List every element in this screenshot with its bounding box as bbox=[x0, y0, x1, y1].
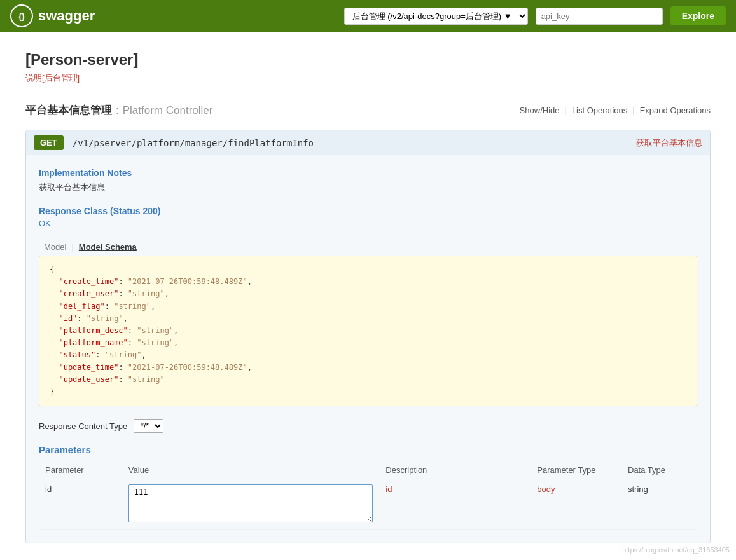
method-badge: GET bbox=[34, 135, 64, 150]
logo-area: {} swagger bbox=[10, 4, 95, 27]
response-content-type-label: Response Content Type bbox=[39, 421, 127, 431]
model-tab[interactable]: Model bbox=[39, 240, 71, 254]
parameters-table: Parameter Value Description Parameter Ty… bbox=[39, 461, 697, 530]
param-value-cell[interactable]: 111 bbox=[122, 479, 379, 530]
page-subtitle: 说明[后台管理] bbox=[25, 72, 711, 84]
params-header-row: Parameter Value Description Parameter Ty… bbox=[39, 461, 697, 479]
response-ok: OK bbox=[39, 219, 697, 228]
header: {} swagger 后台管理 (/v2/api-docs?group=后台管理… bbox=[0, 0, 736, 32]
model-schema-tab[interactable]: Model Schema bbox=[74, 240, 142, 254]
col-header-value: Value bbox=[122, 461, 379, 479]
param-name-cell: id bbox=[39, 479, 122, 530]
col-header-data-type: Data Type bbox=[621, 461, 697, 479]
implementation-notes-title: Implementation Notes bbox=[39, 168, 697, 178]
api-path: /v1/pserver/platform/manager/findPlatfor… bbox=[73, 138, 314, 148]
param-id-label: id bbox=[45, 484, 52, 494]
response-class-title: Response Class (Status 200) bbox=[39, 206, 697, 216]
col-header-parameter: Parameter bbox=[39, 461, 122, 479]
watermark: https://blog.csdn.net/qq_31653405 bbox=[622, 546, 730, 554]
api-key-input[interactable] bbox=[536, 8, 663, 25]
response-content-type-select[interactable]: */* bbox=[134, 419, 163, 433]
api-detail: Implementation Notes 获取平台基本信息 Response C… bbox=[26, 155, 710, 543]
table-row: id 111 id body string bbox=[39, 479, 697, 530]
swagger-logo-icon: {} bbox=[10, 4, 33, 27]
list-operations-link[interactable]: List Operations bbox=[572, 106, 627, 115]
implementation-notes-text: 获取平台基本信息 bbox=[39, 182, 697, 193]
json-schema-box: { "create_time": "2021-07-26T00:59:48.48… bbox=[39, 256, 697, 406]
param-string-type: string bbox=[628, 484, 648, 494]
expand-operations-link[interactable]: Expand Operations bbox=[640, 106, 711, 115]
param-value-input[interactable]: 111 bbox=[128, 484, 373, 522]
show-hide-link[interactable]: Show/Hide bbox=[520, 106, 560, 115]
param-body-type: body bbox=[537, 484, 555, 494]
api-description-right: 获取平台基本信息 bbox=[636, 137, 702, 149]
response-content-type-row: Response Content Type */* bbox=[39, 419, 697, 433]
section-title-en: Platform Controller bbox=[123, 104, 213, 117]
section-colon: : bbox=[116, 104, 119, 117]
parameters-title: Parameters bbox=[39, 444, 697, 455]
brand-name: swagger bbox=[38, 8, 95, 24]
section-title-cn: 平台基本信息管理 bbox=[25, 103, 112, 118]
page-title: [Person-server] bbox=[25, 51, 711, 69]
col-header-parameter-type: Parameter Type bbox=[531, 461, 621, 479]
param-type-cell: body bbox=[531, 479, 621, 530]
section-actions: Show/Hide | List Operations | Expand Ope… bbox=[520, 106, 711, 115]
api-block: GET /v1/pserver/platform/manager/findPla… bbox=[25, 130, 711, 543]
section-header: 平台基本信息管理 : Platform Controller Show/Hide… bbox=[25, 103, 711, 123]
col-header-description: Description bbox=[379, 461, 531, 479]
main-content: [Person-server] 说明[后台管理] 平台基本信息管理 : Plat… bbox=[0, 32, 736, 560]
param-datatype-cell: string bbox=[621, 479, 697, 530]
param-desc-id: id bbox=[385, 484, 392, 494]
api-row[interactable]: GET /v1/pserver/platform/manager/findPla… bbox=[26, 130, 710, 155]
api-group-select[interactable]: 后台管理 (/v2/api-docs?group=后台管理) ▼ bbox=[344, 8, 528, 25]
explore-button[interactable]: Explore bbox=[670, 6, 726, 25]
model-tabs: Model | Model Schema bbox=[39, 240, 697, 254]
param-desc-cell: id bbox=[379, 479, 531, 530]
